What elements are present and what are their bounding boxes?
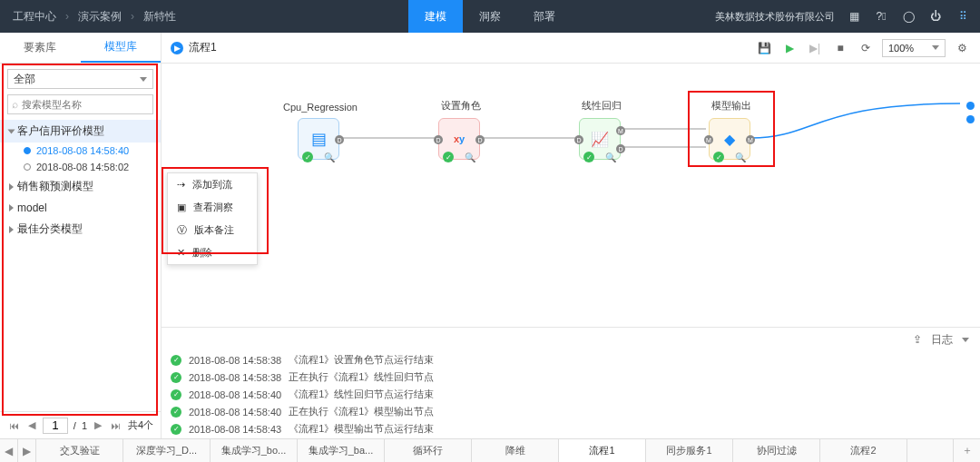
port-out[interactable]: M [746, 135, 755, 144]
flow-node-linear[interactable]: 线性回归 📈 ✓ 🔍 D M D [579, 118, 624, 160]
stop-button[interactable]: ■ [831, 39, 849, 57]
bottom-tab[interactable]: 循环行 [385, 439, 472, 462]
tab-build[interactable]: 建模 [408, 0, 463, 33]
settings-button[interactable]: ⚙ [953, 39, 971, 57]
run-button[interactable]: ▶ [780, 39, 799, 57]
flow-name: 流程1 [189, 40, 217, 55]
pager-prev[interactable]: ◀ [26, 419, 37, 431]
bottom-tab[interactable]: 深度学习_D... [123, 439, 211, 462]
flow-node-setrole[interactable]: 设置角色 xy ✓ 🔍 D D [438, 118, 484, 160]
company-name: 美林数据技术股份有限公司 [715, 10, 835, 24]
bottom-tab[interactable]: 同步服务1 [646, 439, 733, 462]
chevron-down-icon[interactable] [962, 338, 969, 342]
port-in[interactable]: D [574, 135, 583, 144]
bottom-tabs: ◀ ▶ 交叉验证深度学习_D...集成学习_bo...集成学习_ba...循环行… [0, 438, 980, 462]
inspect-icon[interactable]: 🔍 [735, 152, 746, 162]
zoom-value: 100% [888, 43, 914, 54]
caret-icon [8, 129, 15, 133]
flow-title: ▶ 流程1 [171, 40, 217, 55]
top-tabs: 建模 洞察 部署 [408, 0, 572, 33]
flow-node-regression[interactable]: Cpu_Regression ▤ ✓ 🔍 D [298, 118, 343, 160]
port-out[interactable]: D [475, 135, 485, 144]
pager-page-input[interactable] [43, 418, 68, 434]
bottom-tab[interactable]: 降维 [472, 439, 559, 462]
inspect-icon[interactable]: 🔍 [465, 152, 475, 162]
table-icon: ▤ [311, 129, 327, 149]
canvas-endpoints[interactable] [966, 102, 975, 123]
ctx-delete[interactable]: ✕删除 [168, 241, 257, 264]
log-panel: ⇪ 日志 ✓2018-08-08 14:58:38《流程1》设置角色节点运行结束… [162, 327, 980, 438]
user-icon[interactable]: ◯ [900, 8, 916, 25]
port-out[interactable]: D [335, 135, 344, 144]
sidebar-tab-models[interactable]: 模型库 [81, 33, 162, 63]
qr-icon[interactable]: ▦ [846, 8, 862, 25]
step-button[interactable]: ▶| [806, 39, 824, 57]
tree-item-label: 2018-08-08 14:58:40 [36, 145, 129, 156]
add-tab-button[interactable]: ＋ [953, 439, 980, 462]
power-icon[interactable]: ⏻ [927, 8, 944, 25]
flow-node-output[interactable]: 模型输出 ◆ ✓ 🔍 M M [709, 118, 754, 160]
pager-last[interactable]: ⏭ [109, 420, 122, 431]
save-button[interactable]: 💾 [755, 39, 773, 57]
log-ts: 2018-08-08 14:58:43 [189, 424, 281, 435]
export-log-icon[interactable]: ⇪ [913, 333, 922, 346]
search-input[interactable] [22, 99, 149, 110]
log-title: 日志 [931, 332, 953, 348]
port-in[interactable]: M [704, 135, 713, 144]
bottom-tab[interactable]: 流程1 [559, 439, 646, 462]
breadcrumb-item[interactable]: 新特性 [143, 9, 176, 25]
context-menu: ⇢添加到流 ▣查看洞察 Ⓥ版本备注 ✕删除 [167, 172, 258, 265]
tabs-scroll-left[interactable]: ◀ [0, 439, 18, 462]
node-title: 模型输出 [711, 99, 751, 113]
breadcrumb-item[interactable]: 工程中心 [13, 9, 56, 25]
sidebar-tab-elements[interactable]: 要素库 [0, 33, 81, 63]
log-row: ✓2018-08-08 14:58:40《流程1》线性回归节点运行结束 [171, 386, 971, 403]
inspect-icon[interactable]: 🔍 [324, 152, 335, 162]
ctx-add-to-flow[interactable]: ⇢添加到流 [168, 173, 257, 196]
node-title: 线性回归 [582, 99, 622, 113]
log-msg: 正在执行《流程1》模型输出节点 [289, 405, 434, 418]
port-out[interactable]: M [616, 126, 625, 135]
tree-group[interactable]: 客户信用评价模型 [0, 120, 161, 143]
search-box[interactable]: ⌕ [7, 94, 153, 114]
bottom-tab[interactable]: 流程2 [820, 439, 907, 462]
bottom-tab[interactable]: 交叉验证 [36, 439, 123, 462]
tree-item[interactable]: 2018-08-08 14:58:02 [0, 159, 161, 175]
tab-insight[interactable]: 洞察 [463, 0, 517, 33]
tree-group[interactable]: 最佳分类模型 [0, 218, 161, 241]
sidebar-pager: ⏮ ◀ / 1 ▶ ⏭ 共4个 [0, 411, 161, 438]
search-icon: ⌕ [12, 98, 18, 111]
flow-canvas[interactable]: Cpu_Regression ▤ ✓ 🔍 D 设置角色 xy ✓ 🔍 [162, 64, 980, 327]
node-title: Cpu_Regression [283, 102, 358, 113]
tab-deploy[interactable]: 部署 [517, 0, 572, 33]
log-msg: 《流程1》设置角色节点运行结束 [289, 353, 434, 367]
caret-icon [9, 204, 14, 211]
tree-group[interactable]: model [0, 198, 161, 218]
refresh-button[interactable]: ⟳ [857, 39, 875, 57]
zoom-select[interactable]: 100% [882, 39, 946, 57]
view-icon: ▣ [177, 202, 186, 213]
tree-group[interactable]: 销售额预测模型 [0, 175, 161, 198]
pager-next[interactable]: ▶ [93, 419, 103, 431]
breadcrumb-item[interactable]: 演示案例 [78, 9, 122, 25]
port-in[interactable]: D [434, 135, 443, 144]
tabs-scroll-right[interactable]: ▶ [18, 439, 36, 462]
tree-group-label: 最佳分类模型 [17, 221, 83, 237]
canvas-toolbar: ▶ 流程1 💾 ▶ ▶| ■ ⟳ 100% ⚙ [162, 33, 980, 64]
pager-first[interactable]: ⏮ [7, 420, 21, 431]
help-icon[interactable]: ?⃞ [873, 8, 889, 25]
bottom-tab[interactable]: 集成学习_ba... [298, 439, 385, 462]
tree-item[interactable]: 2018-08-08 14:58:40 [0, 143, 161, 159]
ctx-view-insight[interactable]: ▣查看洞察 [168, 196, 257, 219]
category-select[interactable]: 全部 [7, 69, 153, 89]
ctx-version-note[interactable]: Ⓥ版本备注 [168, 219, 257, 241]
bottom-tab[interactable]: 集成学习_bo... [211, 439, 298, 462]
log-row: ✓2018-08-08 14:58:38《流程1》设置角色节点运行结束 [171, 351, 971, 369]
apps-icon[interactable]: ⠿ [955, 8, 971, 25]
log-row: ✓2018-08-08 14:58:38正在执行《流程1》线性回归节点 [171, 369, 971, 386]
tree-group-label: 销售额预测模型 [17, 179, 93, 194]
bottom-tab[interactable]: 协同过滤 [733, 439, 820, 462]
status-ok-icon: ✓ [171, 424, 181, 435]
inspect-icon[interactable]: 🔍 [605, 152, 616, 162]
port-out[interactable]: D [616, 144, 625, 153]
